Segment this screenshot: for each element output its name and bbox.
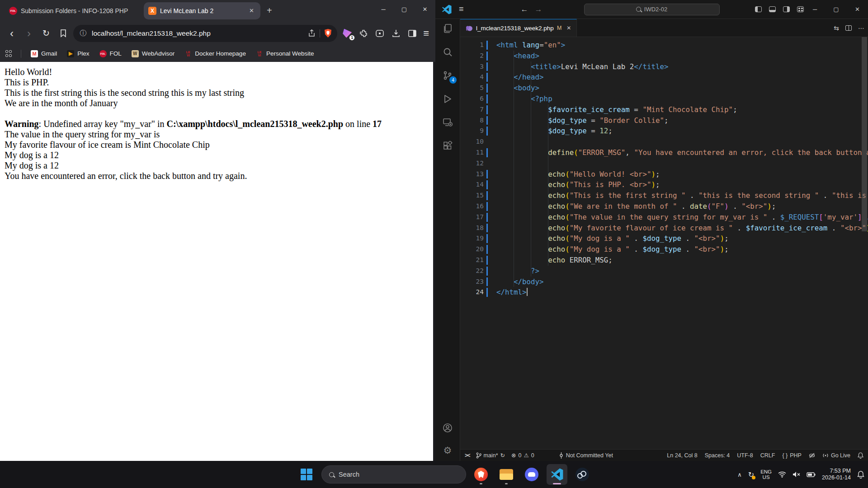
bookmark-item[interactable]: LEVIDocker Homepage xyxy=(180,48,250,59)
notifications-bell-icon[interactable] xyxy=(858,452,863,459)
customize-layout-icon[interactable] xyxy=(797,6,804,12)
indentation-button[interactable]: Spaces: 4 xyxy=(705,452,730,459)
taskbar-vscode-icon[interactable] xyxy=(547,464,567,485)
share-icon[interactable] xyxy=(308,29,316,37)
account-icon[interactable] xyxy=(442,422,453,434)
downloads-icon[interactable] xyxy=(391,28,401,39)
taskbar-brave-icon[interactable] xyxy=(471,464,491,485)
code-line[interactable]: 1<html lang="en"> xyxy=(460,40,868,51)
go-live-button[interactable]: Go Live xyxy=(822,452,850,459)
editor-tab[interactable]: l_mclean215318_week2.php M ✕ xyxy=(460,19,577,37)
code-line[interactable]: 22 ?> xyxy=(460,266,868,277)
code-line[interactable]: 4 </head> xyxy=(460,72,868,83)
browser-tab-active[interactable]: X Levi McLean Lab 2 ✕ xyxy=(144,2,260,19)
settings-gear-icon[interactable]: ⚙ xyxy=(442,445,453,456)
code-line[interactable]: 7 $favorite_ice_cream = "Mint Chocolate … xyxy=(460,104,868,115)
source-control-icon[interactable]: 4 xyxy=(442,70,453,81)
editor-scrollbar[interactable] xyxy=(862,37,867,231)
git-branch-button[interactable]: main* ↻ xyxy=(476,452,505,459)
notification-center-icon[interactable] xyxy=(857,471,864,479)
taskbar-steam-icon[interactable] xyxy=(572,464,593,485)
code-line[interactable]: 8 $dog_type = "Border Collie"; xyxy=(460,115,868,126)
minimize-button[interactable]: ─ xyxy=(804,0,826,19)
close-button[interactable]: ✕ xyxy=(847,0,868,19)
close-button[interactable]: ✕ xyxy=(415,0,435,18)
forward-button[interactable]: › xyxy=(22,26,36,41)
extensions-icon[interactable] xyxy=(442,140,453,152)
browser-tab-inactive[interactable]: FOL Submission Folders - INFO-1208 PHP xyxy=(5,7,137,15)
eol-button[interactable]: CRLF xyxy=(760,452,775,459)
wifi-icon[interactable] xyxy=(778,471,786,478)
code-editor[interactable]: 1<html lang="en">2 <head>3 <title>Levi M… xyxy=(460,37,868,449)
tab-close-icon[interactable]: ✕ xyxy=(247,7,256,14)
code-line[interactable]: 19 echo("My dog is a " . $dog_type . "<b… xyxy=(460,233,868,244)
reload-button[interactable]: ↻ xyxy=(39,26,53,41)
brave-shield-icon[interactable] xyxy=(324,29,332,38)
sidebar-toggle-icon[interactable] xyxy=(407,28,418,39)
code-line[interactable]: 3 <title>Levi McLean Lab 2</title> xyxy=(460,61,868,72)
battery-icon[interactable] xyxy=(807,472,816,478)
volume-muted-icon[interactable] xyxy=(793,471,800,478)
bookmark-icon[interactable] xyxy=(56,26,71,41)
copilot-disabled-icon[interactable] xyxy=(809,452,815,459)
maximize-button[interactable]: ▢ xyxy=(826,0,847,19)
clock[interactable]: 7:53 PM 2026-01-14 xyxy=(822,468,851,481)
code-line[interactable]: 9 $dog_type = 12; xyxy=(460,126,868,136)
maximize-button[interactable]: ▢ xyxy=(394,0,415,18)
code-line[interactable]: 15 echo("This is the first string " . "t… xyxy=(460,190,868,201)
code-line[interactable]: 13 echo("Hello World! <br>"); xyxy=(460,169,868,180)
taskbar-file-explorer-icon[interactable] xyxy=(496,464,517,485)
remote-explorer-icon[interactable] xyxy=(442,117,453,128)
code-line[interactable]: 6 <?php xyxy=(460,94,868,104)
update-sync-icon[interactable]: ↻ xyxy=(748,470,754,479)
bookmark-item[interactable]: WWebAdvisor xyxy=(127,48,179,59)
code-line[interactable]: 10 xyxy=(460,136,868,147)
explorer-icon[interactable] xyxy=(442,23,453,34)
code-line[interactable]: 12 xyxy=(460,158,868,169)
toggle-panel-icon[interactable] xyxy=(769,6,776,12)
search-icon[interactable] xyxy=(442,46,453,58)
more-actions-icon[interactable]: ⋯ xyxy=(858,24,864,32)
browser-menu-icon[interactable]: ≡ xyxy=(423,28,429,39)
code-line[interactable]: 17 echo("The value in the query string f… xyxy=(460,212,868,223)
code-line[interactable]: 14 echo("This is PHP. <br>"); xyxy=(460,179,868,190)
minimize-button[interactable]: ─ xyxy=(373,0,394,18)
apps-grid-icon[interactable] xyxy=(5,50,13,57)
bookmark-item[interactable]: ▶Plex xyxy=(63,48,93,59)
extensions-puzzle-icon[interactable] xyxy=(358,28,369,39)
remote-window-button[interactable]: >< xyxy=(465,452,470,459)
tab-close-icon[interactable]: ✕ xyxy=(566,25,571,31)
code-line[interactable]: 2 <head> xyxy=(460,51,868,61)
compare-changes-icon[interactable]: ⇆ xyxy=(834,24,839,32)
new-tab-button[interactable]: + xyxy=(267,5,272,16)
taskbar-discord-icon[interactable] xyxy=(521,464,542,485)
bookmark-item[interactable]: MGmail xyxy=(27,48,61,59)
go-back-icon[interactable]: ← xyxy=(521,5,528,14)
sync-changes-icon[interactable]: ↻ xyxy=(500,452,505,459)
site-info-icon[interactable]: ⓘ xyxy=(79,29,88,38)
code-line[interactable]: 21 echo ERROR_MSG; xyxy=(460,255,868,266)
code-line[interactable]: 18 echo("My favorite flavour of ice crea… xyxy=(460,223,868,234)
bookmark-item[interactable]: LEVIPersonal Website xyxy=(252,48,318,59)
back-button[interactable]: ‹ xyxy=(5,26,19,41)
commit-status-button[interactable]: Not Committed Yet xyxy=(559,452,613,459)
go-forward-icon[interactable]: → xyxy=(535,5,542,14)
code-line[interactable]: 16 echo("We are in the month of " . date… xyxy=(460,201,868,212)
address-bar[interactable]: ⓘ localhost/l_mclean215318_week2.php xyxy=(73,25,337,42)
encoding-button[interactable]: UTF-8 xyxy=(737,452,753,459)
vscode-menu-icon[interactable]: ≡ xyxy=(456,5,467,14)
problems-button[interactable]: ⊗ 0 ⚠ 0 xyxy=(511,452,534,459)
split-editor-icon[interactable] xyxy=(845,25,852,31)
start-button[interactable] xyxy=(296,464,317,485)
toggle-secondary-sidebar-icon[interactable] xyxy=(783,6,790,12)
toggle-sidebar-icon[interactable] xyxy=(755,6,762,12)
leo-ai-icon[interactable]: 1 xyxy=(342,28,353,39)
code-line[interactable]: 5 <body> xyxy=(460,83,868,94)
language-switcher[interactable]: ENG US xyxy=(760,469,772,480)
bookmark-item[interactable]: FOLFOL xyxy=(95,48,126,59)
taskbar-search[interactable]: Search xyxy=(321,465,466,483)
code-line[interactable]: 24</html> xyxy=(460,287,868,298)
code-line[interactable]: 23 </body> xyxy=(460,277,868,287)
language-mode-button[interactable]: { } PHP xyxy=(782,452,802,459)
code-line[interactable]: 20 echo("My dog is a " . $dog_type . "<b… xyxy=(460,244,868,255)
